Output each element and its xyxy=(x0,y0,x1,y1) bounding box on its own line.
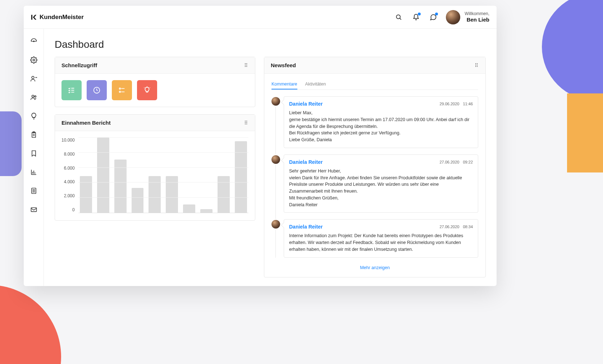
brand-logo[interactable]: KundenMeister xyxy=(30,14,84,21)
feed-bubble: Daniela Reiter 27.06.2020 08:34 Interne … xyxy=(284,219,478,257)
feed-time: 11:46 xyxy=(463,102,473,106)
svg-point-7 xyxy=(35,96,36,97)
drag-handle-icon[interactable]: ⠿ xyxy=(475,63,479,68)
chart-y-tick: 6.000 xyxy=(64,166,75,171)
chart-bar xyxy=(218,176,230,213)
brand-mark-icon xyxy=(30,14,37,20)
decorative-shape xyxy=(542,0,603,101)
welcome-block: Willkommen, Ben Lieb xyxy=(465,11,489,23)
svg-rect-21 xyxy=(31,208,36,212)
nav-chart-icon[interactable] xyxy=(30,168,38,176)
avatar xyxy=(446,10,460,24)
quick-access-card: Schnellzugriff ⠿ xyxy=(55,57,255,107)
feed-bubble: Daniela Reiter 27.06.2020 09:22 Sehr gee… xyxy=(284,155,478,213)
welcome-label: Willkommen, xyxy=(465,11,489,16)
message-dot xyxy=(435,13,438,15)
nav-document-icon[interactable] xyxy=(30,187,38,195)
revenue-title: Einnahmen Bericht xyxy=(61,120,111,126)
tab-activities[interactable]: Aktivitäten xyxy=(305,79,326,89)
chart-y-tick: 4.000 xyxy=(64,179,75,184)
feed-message: Sehr geehrter Herr Huber, vielen Dank fü… xyxy=(289,168,473,208)
app-window: KundenMeister Willkommen, Ben Lieb xyxy=(24,6,497,286)
svg-point-2 xyxy=(33,41,34,42)
drag-handle-icon[interactable]: ⠿ xyxy=(244,63,248,68)
nav-idea-icon[interactable] xyxy=(30,112,38,120)
decorative-shape xyxy=(567,93,603,172)
sidenav xyxy=(24,29,44,286)
svg-point-28 xyxy=(119,91,121,93)
feed-item: Daniela Reiter 29.06.2020 11:46 Lieber M… xyxy=(284,96,478,148)
notifications-icon[interactable] xyxy=(412,13,420,21)
chart-bar xyxy=(149,176,161,213)
newsfeed-title: Newsfeed xyxy=(271,62,296,68)
chart-bar xyxy=(183,204,195,213)
decorative-shape xyxy=(0,285,61,364)
chart-gridline xyxy=(78,167,248,168)
decorative-shape xyxy=(0,111,22,176)
notification-dot xyxy=(418,13,421,15)
chart-gridline xyxy=(78,152,248,153)
brand-name: KundenMeister xyxy=(40,14,84,21)
chart-plot xyxy=(78,138,248,213)
feed-author[interactable]: Daniela Reiter xyxy=(289,159,323,165)
show-more-link[interactable]: Mehr anzeigen xyxy=(360,265,390,270)
svg-point-26 xyxy=(119,88,121,89)
chart-y-tick: 0 xyxy=(72,207,75,212)
chart-bar xyxy=(166,176,178,213)
svg-line-31 xyxy=(144,88,145,88)
quick-tile-checklist[interactable] xyxy=(61,80,82,100)
feed-author[interactable]: Daniela Reiter xyxy=(289,101,323,107)
topbar: KundenMeister Willkommen, Ben Lieb xyxy=(24,6,497,29)
drag-handle-icon[interactable]: ⠿ xyxy=(244,120,248,126)
chart-y-tick: 8.000 xyxy=(64,152,75,157)
feed-item: Daniela Reiter 27.06.2020 09:22 Sehr gee… xyxy=(284,155,478,213)
feed-item: Daniela Reiter 27.06.2020 08:34 Interne … xyxy=(284,219,478,257)
svg-point-4 xyxy=(32,76,34,79)
feed-timestamp: 27.06.2020 08:34 xyxy=(439,225,473,229)
feed-list: Daniela Reiter 29.06.2020 11:46 Lieber M… xyxy=(271,96,478,258)
tab-comments[interactable]: Kommentare xyxy=(271,79,297,89)
newsfeed-card: Newsfeed ⠿ Kommentare Aktivitäten xyxy=(264,57,486,277)
feed-timestamp: 29.06.2020 11:46 xyxy=(439,102,473,106)
svg-point-6 xyxy=(32,95,34,97)
nav-settings-icon[interactable] xyxy=(30,56,38,64)
chart-bar xyxy=(132,188,144,213)
feed-bubble: Daniela Reiter 29.06.2020 11:46 Lieber M… xyxy=(284,96,478,148)
main-content: Dashboard Schnellzugriff ⠿ xyxy=(44,29,497,286)
feed-author[interactable]: Daniela Reiter xyxy=(289,224,323,230)
feed-avatar xyxy=(271,220,280,229)
user-menu[interactable]: Willkommen, Ben Lieb xyxy=(446,10,489,24)
quick-tile-clock[interactable] xyxy=(87,80,107,100)
feed-avatar xyxy=(271,155,280,164)
quick-access-title: Schnellzugriff xyxy=(61,62,97,68)
nav-clipboard-icon[interactable] xyxy=(30,131,38,139)
feed-timeline-line xyxy=(275,98,276,258)
feed-avatar xyxy=(271,97,280,106)
revenue-card: Einnahmen Bericht ⠿ 10.0008.0006.0004.00… xyxy=(55,114,255,221)
feed-time: 09:22 xyxy=(463,160,473,164)
chart-y-axis: 10.0008.0006.0004.0002.0000 xyxy=(61,138,75,213)
nav-bookmark-icon[interactable] xyxy=(30,149,38,157)
chart-gridline xyxy=(78,197,248,198)
nav-team-icon[interactable] xyxy=(30,93,38,101)
chart-y-tick: 2.000 xyxy=(64,193,75,198)
feed-date: 27.06.2020 xyxy=(439,225,459,229)
svg-point-0 xyxy=(397,15,401,19)
feed-timestamp: 27.06.2020 09:22 xyxy=(439,160,473,164)
chart-gridline xyxy=(78,182,248,183)
messages-icon[interactable] xyxy=(429,13,437,21)
quick-tile-sliders[interactable] xyxy=(112,80,132,100)
feed-message: Interne Information zum Projekt: Der Kun… xyxy=(289,232,473,253)
nav-dashboard-icon[interactable] xyxy=(30,37,38,45)
nav-mail-icon[interactable] xyxy=(30,206,38,213)
svg-line-1 xyxy=(400,18,401,19)
feed-date: 27.06.2020 xyxy=(439,160,459,164)
quick-tile-idea[interactable] xyxy=(137,80,157,100)
user-name: Ben Lieb xyxy=(465,17,489,23)
nav-user-icon[interactable] xyxy=(30,75,38,83)
chart-bar xyxy=(97,138,109,213)
chart-gridline xyxy=(78,137,248,138)
feed-time: 08:34 xyxy=(463,225,473,229)
chart-bars xyxy=(80,138,247,213)
search-icon[interactable] xyxy=(395,13,403,21)
